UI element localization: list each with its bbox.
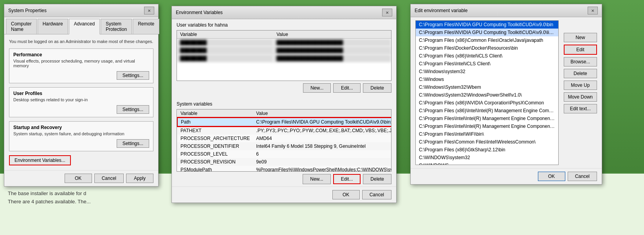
edit-env-list-item[interactable]: C:\Windows\system32 <box>416 68 558 75</box>
cancel-button[interactable]: Cancel <box>94 174 124 183</box>
system-properties-titlebar: System Properties ✕ <box>4 4 158 17</box>
tab-hardware[interactable]: Hardware <box>38 19 68 34</box>
user-profiles-section: User Profiles Desktop settings related t… <box>9 87 153 117</box>
env-ok-button[interactable]: OK <box>332 190 360 199</box>
edit-env-titlebar: Edit environment variable ✕ <box>411 4 602 17</box>
sys-new-button[interactable]: New... <box>303 174 330 184</box>
edit-env-list-item[interactable]: C:\Program Files (x86)\NVIDIA Corporatio… <box>416 99 558 107</box>
performance-title: Performance <box>13 52 149 57</box>
apply-button[interactable]: Apply <box>126 174 153 183</box>
user-vars-table-container: Variable Value ████████ ████████████████… <box>177 30 391 81</box>
sys-var-row[interactable]: PathC:\Program Files\NVIDIA GPU Computin… <box>177 118 391 126</box>
sys-vars-col-value: Value <box>253 109 391 118</box>
edit-env-title: Edit environment variable <box>415 8 467 13</box>
user-delete-button[interactable]: Delete <box>363 83 391 93</box>
edit-env-list[interactable]: C:\Program Files\NVIDIA GPU Computing To… <box>415 20 559 165</box>
tab-remote[interactable]: Remote <box>133 19 159 34</box>
edit-env-content: C:\Program Files\NVIDIA GPU Computing To… <box>411 17 602 168</box>
move-up-button[interactable]: Move Up <box>564 81 597 90</box>
edit-env-list-item[interactable]: C:\Program Files\Intel\iCLS Client\ <box>416 60 558 68</box>
user-profiles-desc: Desktop settings related to your sign-in <box>13 97 149 102</box>
user-vars-table: Variable Value ████████ ████████████████… <box>177 30 391 62</box>
env-vars-controls: ✕ <box>382 9 392 16</box>
sys-var-row[interactable]: PROCESSOR_REVISION9e09 <box>177 158 391 166</box>
system-vars-table: Variable Value PathC:\Program Files\NVID… <box>177 109 391 172</box>
environment-variables-button[interactable]: Environment Variables... <box>9 155 71 165</box>
user-vars-col-value: Value <box>273 30 391 39</box>
startup-desc: System startup, system failure, and debu… <box>13 131 149 136</box>
edit-ok-button[interactable]: OK <box>538 172 565 181</box>
sys-var-row[interactable]: PROCESSOR_ARCHITECTUREAMD64 <box>177 135 391 142</box>
edit-env-list-item[interactable]: C:\WINDOWS <box>416 161 558 165</box>
performance-desc: Visual effects, processor scheduling, me… <box>13 59 149 68</box>
system-properties-close[interactable]: ✕ <box>144 7 154 14</box>
edit-env-list-item[interactable]: C:\Program Files\Intel\Intel(R) Manageme… <box>416 122 558 130</box>
sys-var-row[interactable]: PROCESSOR_IDENTIFIERIntel64 Family 6 Mod… <box>177 142 391 150</box>
edit-env-list-item[interactable]: C:\WINDOWS\system32 <box>416 154 558 161</box>
performance-settings-button[interactable]: Settings... <box>117 71 149 80</box>
browse-button[interactable]: Browse... <box>564 57 597 66</box>
user-vars-buttons: New... Edit... Delete <box>172 81 396 95</box>
system-vars-label: System variables <box>172 98 396 107</box>
edit-env-list-item[interactable]: C:\Program Files\Intel\Intel(R) Manageme… <box>416 115 558 122</box>
ok-button[interactable]: OK <box>65 174 92 183</box>
edit-env-list-item[interactable]: C:\Program Files\Intel\WiFi\bin\ <box>416 130 558 138</box>
user-profiles-settings-button[interactable]: Settings... <box>117 105 149 114</box>
titlebar-controls: ✕ <box>144 7 154 14</box>
user-vars-blurred-row-1: ████████ ████████████████████ <box>177 39 391 47</box>
edit-env-list-item[interactable]: C:\Program Files\NVIDIA GPU Computing To… <box>416 29 558 36</box>
sys-edit-button[interactable]: Edit... <box>333 174 361 184</box>
user-vars-blurred-row-3: ████████ ████████████████████ <box>177 54 391 62</box>
sys-var-row[interactable]: PATHEXT.PY;.PY3;.PYC;.PYO;.PYW;.COM;.EXE… <box>177 126 391 135</box>
edit-env-list-item[interactable]: C:\Program Files (x86)\Common Files\Orac… <box>416 36 558 44</box>
edit-env-list-item[interactable]: C:\Program Files\Common Files\Intel\Wire… <box>416 138 558 146</box>
user-vars-col-variable: Variable <box>177 30 273 39</box>
sys-var-row[interactable]: PROCESSOR_LEVEL6 <box>177 150 391 158</box>
edit-env-dialog: Edit environment variable ✕ C:\Program F… <box>410 4 602 185</box>
edit-env-list-item[interactable]: C:\Program Files (x86)\Intel\iCLS Client… <box>416 52 558 60</box>
env-vars-titlebar: Environment Variables ✕ <box>172 6 396 19</box>
startup-section: Startup and Recovery System startup, sys… <box>9 121 153 151</box>
edit-text-button[interactable]: Edit text... <box>564 104 597 113</box>
system-vars-section: System variables Variable Value PathC:\P… <box>172 98 396 187</box>
new-button[interactable]: New <box>564 33 597 42</box>
performance-section: Performance Visual effects, processor sc… <box>9 48 153 83</box>
edit-env-list-item[interactable]: C:\Program Files\Docker\Docker\Resources… <box>416 44 558 52</box>
env-cancel-button[interactable]: Cancel <box>362 190 391 199</box>
system-properties-dialog: System Properties ✕ Computer Name Hardwa… <box>4 4 159 187</box>
edit-env-list-item[interactable]: C:\Windows <box>416 75 558 83</box>
startup-title: Startup and Recovery <box>13 125 149 130</box>
edit-env-list-item[interactable]: C:\Program Files\NVIDIA GPU Computing To… <box>416 21 558 29</box>
move-down-button[interactable]: Move Down <box>564 92 597 102</box>
edit-env-button-panel: New Edit Browse... Delete Move Up Move D… <box>564 33 597 113</box>
admin-notice: You must be logged on as an Administrato… <box>9 39 153 44</box>
env-vars-title: Environment Variables <box>176 10 223 15</box>
sys-var-row[interactable]: PSModulePath%ProgramFiles%\WindowsPowerS… <box>177 166 391 172</box>
env-vars-footer: OK Cancel <box>172 187 396 203</box>
tab-system-protection[interactable]: System Protection <box>101 19 132 34</box>
sys-vars-col-variable: Variable <box>177 109 253 118</box>
edit-env-controls: ✕ <box>588 7 598 14</box>
system-properties-body: You must be logged on as an Administrato… <box>4 34 158 170</box>
sys-delete-button[interactable]: Delete <box>363 174 391 184</box>
edit-env-list-item[interactable]: C:\Program Files (x86)\Intel\Intel(R) Ma… <box>416 107 558 115</box>
delete-button[interactable]: Delete <box>564 69 597 78</box>
edit-env-close[interactable]: ✕ <box>588 7 598 14</box>
tab-computer-name[interactable]: Computer Name <box>6 19 37 34</box>
tab-advanced[interactable]: Advanced <box>69 19 100 34</box>
environment-variables-dialog: Environment Variables ✕ User variables f… <box>171 6 397 203</box>
edit-env-list-item[interactable]: C:\Program Files (x86)\GtkSharp\2.12\bin <box>416 146 558 154</box>
system-properties-footer: OK Cancel Apply <box>4 170 158 186</box>
user-vars-label: User variables for hahna <box>172 19 396 28</box>
edit-cancel-button[interactable]: Cancel <box>568 172 597 181</box>
startup-settings-button[interactable]: Settings... <box>117 139 149 148</box>
user-vars-blurred-row-2: ████████ ████████████████████ <box>177 47 391 54</box>
system-properties-title: System Properties <box>8 8 47 13</box>
edit-button[interactable]: Edit <box>564 45 597 55</box>
edit-env-list-item[interactable]: C:\Windows\System32\Wbem <box>416 83 558 91</box>
edit-env-list-item[interactable]: C:\Windows\System32\WindowsPowerShell\v1… <box>416 91 558 99</box>
user-edit-button[interactable]: Edit... <box>333 83 361 93</box>
user-new-button[interactable]: New... <box>303 83 331 93</box>
sys-vars-buttons: New... Edit... Delete <box>172 172 396 187</box>
env-vars-close[interactable]: ✕ <box>382 9 392 16</box>
